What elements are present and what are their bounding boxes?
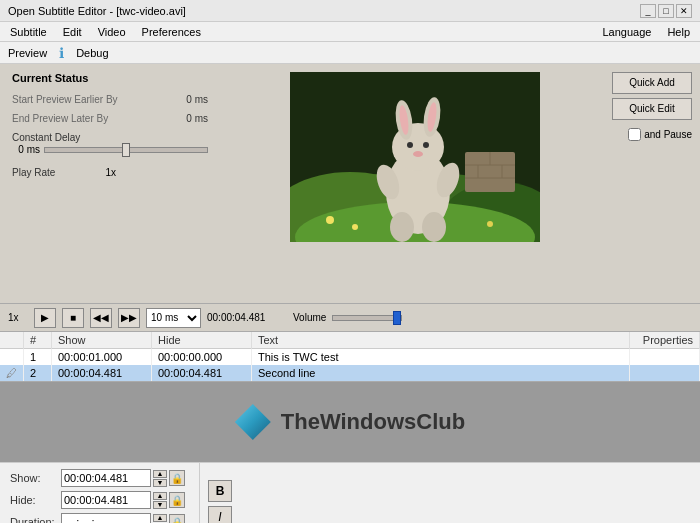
table-row[interactable]: 1 00:00:01.000 00:00:00.000 This is TWC …	[0, 349, 700, 366]
duration-input[interactable]	[61, 513, 151, 523]
col-props: Properties	[630, 332, 700, 349]
watermark-logo	[235, 404, 271, 440]
toolbar-preview[interactable]: Preview	[4, 46, 51, 60]
row1-props	[630, 349, 700, 366]
forward-button[interactable]: ▶▶	[118, 308, 140, 328]
play-rate-display: 1x	[8, 312, 28, 323]
volume-label: Volume	[293, 312, 326, 323]
hide-lock-btn[interactable]: 🔒	[169, 492, 185, 508]
menu-preferences[interactable]: Preferences	[134, 24, 209, 40]
row2-icon: 🖊	[0, 365, 24, 381]
video-frame	[290, 72, 540, 242]
quick-add-button[interactable]: Quick Add	[612, 72, 692, 94]
play-rate-value: 1x	[86, 167, 116, 178]
minimize-button[interactable]: _	[640, 4, 656, 18]
video-content-svg	[290, 72, 540, 242]
video-image	[290, 72, 540, 242]
bold-button[interactable]: B	[208, 480, 232, 502]
and-pause-label: and Pause	[644, 129, 692, 140]
start-preview-label: Start Preview Earlier By	[12, 94, 118, 105]
maximize-button[interactable]: □	[658, 4, 674, 18]
delay-thumb	[122, 143, 130, 157]
menu-language[interactable]: Language	[594, 24, 659, 40]
right-buttons: Quick Add Quick Edit and Pause	[610, 64, 700, 303]
time-edit-panel: Show: ▲ ▼ 🔒 Hide: ▲ ▼ 🔒 Dura	[0, 463, 200, 523]
rewind-button[interactable]: ◀◀	[90, 308, 112, 328]
svg-point-11	[407, 142, 413, 148]
menu-bar: Subtitle Edit Video Preferences Language…	[0, 22, 700, 42]
row1-show: 00:00:01.000	[52, 349, 152, 366]
show-spin-down[interactable]: ▼	[153, 479, 167, 487]
title-bar: Open Subtitle Editor - [twc-video.avi] _…	[0, 0, 700, 22]
svg-point-13	[413, 151, 423, 157]
row2-num: 2	[24, 365, 52, 381]
window-controls[interactable]: _ □ ✕	[640, 4, 692, 18]
title-text: Open Subtitle Editor - [twc-video.avi]	[8, 5, 186, 17]
constant-delay-value: 0 ms	[12, 144, 40, 155]
show-label: Show:	[10, 472, 55, 484]
ms-select[interactable]: 10 ms 100 ms 500 ms	[146, 308, 201, 328]
playback-bar: 1x ▶ ■ ◀◀ ▶▶ 10 ms 100 ms 500 ms 00:00:0…	[0, 304, 700, 332]
stop-button[interactable]: ■	[62, 308, 84, 328]
quick-edit-button[interactable]: Quick Edit	[612, 98, 692, 120]
menu-video[interactable]: Video	[90, 24, 134, 40]
format-buttons: B I	[200, 463, 240, 523]
delay-slider-track[interactable]	[44, 147, 208, 153]
col-icon	[0, 332, 24, 349]
svg-point-16	[390, 212, 414, 242]
row1-icon	[0, 349, 24, 366]
volume-slider-track[interactable]	[332, 315, 402, 321]
svg-point-17	[422, 212, 446, 242]
duration-spin-up[interactable]: ▲	[153, 514, 167, 522]
video-area	[220, 64, 610, 303]
hide-spinners[interactable]: ▲ ▼	[153, 492, 167, 509]
col-num: #	[24, 332, 52, 349]
hide-spin-up[interactable]: ▲	[153, 492, 167, 500]
play-button[interactable]: ▶	[34, 308, 56, 328]
row1-text: This is TWC test	[252, 349, 630, 366]
svg-point-26	[487, 221, 493, 227]
show-spinners[interactable]: ▲ ▼	[153, 470, 167, 487]
subtitle-table: # Show Hide Text Properties 1 00:00:01.0…	[0, 332, 700, 381]
play-rate-label: Play Rate	[12, 167, 82, 178]
duration-label: Duration:	[10, 516, 55, 523]
end-preview-label: End Preview Later By	[12, 113, 108, 124]
menu-edit[interactable]: Edit	[55, 24, 90, 40]
table-header-row: # Show Hide Text Properties	[0, 332, 700, 349]
col-show: Show	[52, 332, 152, 349]
row1-hide: 00:00:00.000	[152, 349, 252, 366]
row2-hide: 00:00:04.481	[152, 365, 252, 381]
italic-button[interactable]: I	[208, 506, 232, 524]
menu-help[interactable]: Help	[659, 24, 698, 40]
table-row[interactable]: 🖊 2 00:00:04.481 00:00:04.481 Second lin…	[0, 365, 700, 381]
left-panel: Current Status Start Preview Earlier By …	[0, 64, 220, 303]
watermark-area: TheWindowsClub	[0, 382, 700, 462]
row2-show: 00:00:04.481	[52, 365, 152, 381]
svg-point-25	[352, 224, 358, 230]
svg-point-12	[423, 142, 429, 148]
row1-num: 1	[24, 349, 52, 366]
time-display: 00:00:04.481	[207, 312, 287, 323]
hide-label: Hide:	[10, 494, 55, 506]
close-button[interactable]: ✕	[676, 4, 692, 18]
row2-props	[630, 365, 700, 381]
and-pause-checkbox[interactable]	[628, 128, 641, 141]
row2-text: Second line	[252, 365, 630, 381]
show-spin-up[interactable]: ▲	[153, 470, 167, 478]
toolbar: Preview ℹ Debug	[0, 42, 700, 64]
toolbar-debug[interactable]: Debug	[72, 46, 112, 60]
show-lock-btn[interactable]: 🔒	[169, 470, 185, 486]
col-text: Text	[252, 332, 630, 349]
end-preview-value: 0 ms	[168, 113, 208, 124]
edit-spacer	[240, 463, 700, 523]
hide-spin-down[interactable]: ▼	[153, 501, 167, 509]
duration-lock-btn[interactable]: 🔒	[169, 514, 185, 523]
show-input[interactable]	[61, 469, 151, 487]
watermark-text: TheWindowsClub	[281, 409, 465, 435]
hide-input[interactable]	[61, 491, 151, 509]
col-hide: Hide	[152, 332, 252, 349]
svg-point-24	[326, 216, 334, 224]
current-status-label: Current Status	[12, 72, 208, 84]
menu-subtitle[interactable]: Subtitle	[2, 24, 55, 40]
duration-spinners[interactable]: ▲ ▼	[153, 514, 167, 524]
